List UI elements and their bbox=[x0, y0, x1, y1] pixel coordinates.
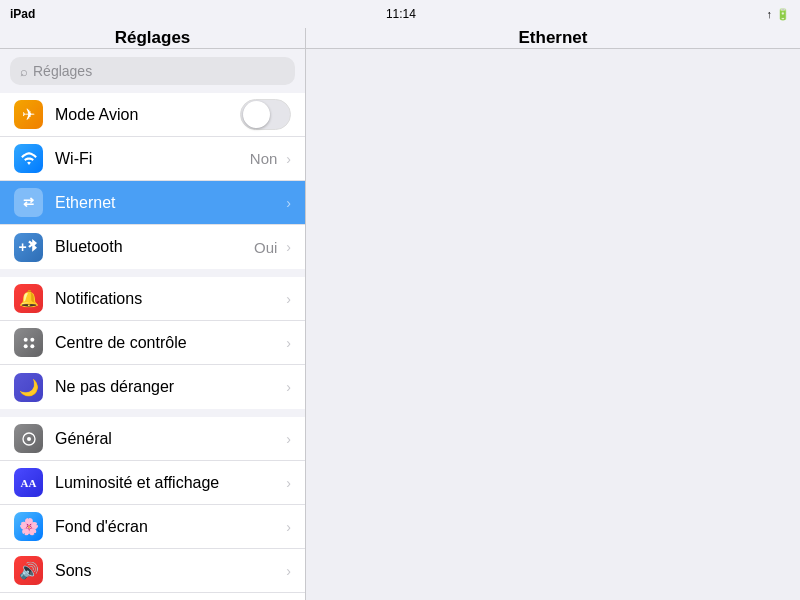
sounds-icon: 🔊 bbox=[14, 556, 43, 585]
sidebar-title: Réglages bbox=[0, 28, 306, 48]
spacer-1 bbox=[0, 269, 305, 277]
search-icon: ⌕ bbox=[20, 64, 28, 79]
sidebar-item-ethernet[interactable]: ⇄ Ethernet › bbox=[0, 181, 305, 225]
location-icon: ↑ bbox=[767, 8, 773, 20]
toggle-knob bbox=[243, 101, 270, 128]
wallpaper-label: Fond d'écran bbox=[55, 518, 282, 536]
device-name: iPad bbox=[10, 7, 35, 21]
dnd-icon: 🌙 bbox=[14, 373, 43, 402]
airplane-toggle[interactable] bbox=[240, 99, 291, 130]
dnd-label: Ne pas déranger bbox=[55, 378, 282, 396]
sidebar: ⌕ Réglages ✈ Mode Avion bbox=[0, 49, 306, 600]
display-chevron: › bbox=[286, 475, 291, 491]
display-label: Luminosité et affichage bbox=[55, 474, 282, 492]
sounds-chevron: › bbox=[286, 563, 291, 579]
display-icon: AA bbox=[14, 468, 43, 497]
sidebar-item-wifi[interactable]: Wi-Fi Non › bbox=[0, 137, 305, 181]
general-chevron: › bbox=[286, 431, 291, 447]
general-icon bbox=[14, 424, 43, 453]
bluetooth-chevron: › bbox=[286, 239, 291, 255]
wallpaper-icon: 🌸 bbox=[14, 512, 43, 541]
sidebar-item-notifications[interactable]: 🔔 Notifications › bbox=[0, 277, 305, 321]
sidebar-item-airplane[interactable]: ✈ Mode Avion bbox=[0, 93, 305, 137]
bluetooth-icon: + bbox=[14, 233, 43, 262]
control-chevron: › bbox=[286, 335, 291, 351]
ethernet-label: Ethernet bbox=[55, 194, 282, 212]
wifi-label: Wi-Fi bbox=[55, 150, 250, 168]
search-bar[interactable]: ⌕ Réglages bbox=[10, 57, 295, 85]
wifi-chevron: › bbox=[286, 151, 291, 167]
app-container: Réglages Ethernet ⌕ Réglages ✈ Mode Avi bbox=[0, 28, 800, 600]
group-system2: Général › AA Luminosité et affichage › 🌸 bbox=[0, 417, 305, 600]
dnd-chevron: › bbox=[286, 379, 291, 395]
svg-point-1 bbox=[30, 337, 34, 341]
bluetooth-label: Bluetooth bbox=[55, 238, 254, 256]
sidebar-item-general[interactable]: Général › bbox=[0, 417, 305, 461]
battery-icon: 🔋 bbox=[776, 8, 790, 21]
group-system1: 🔔 Notifications › Centre de contrôle › bbox=[0, 277, 305, 409]
sidebar-item-control[interactable]: Centre de contrôle › bbox=[0, 321, 305, 365]
sidebar-item-display[interactable]: AA Luminosité et affichage › bbox=[0, 461, 305, 505]
wifi-icon bbox=[14, 144, 43, 173]
control-label: Centre de contrôle bbox=[55, 334, 282, 352]
svg-point-2 bbox=[23, 344, 27, 348]
sidebar-item-sounds[interactable]: 🔊 Sons › bbox=[0, 549, 305, 593]
wallpaper-chevron: › bbox=[286, 519, 291, 535]
sidebar-item-dnd[interactable]: 🌙 Ne pas déranger › bbox=[0, 365, 305, 409]
sidebar-item-bluetooth[interactable]: + Bluetooth Oui › bbox=[0, 225, 305, 269]
time: 11:14 bbox=[386, 7, 416, 21]
status-bar: iPad 11:14 ↑ 🔋 bbox=[0, 0, 800, 28]
bluetooth-value: Oui bbox=[254, 239, 277, 256]
nav-headers: Réglages Ethernet bbox=[0, 28, 800, 49]
svg-point-4 bbox=[27, 437, 31, 441]
sounds-label: Sons bbox=[55, 562, 282, 580]
ethernet-icon: ⇄ bbox=[14, 188, 43, 217]
notifications-chevron: › bbox=[286, 291, 291, 307]
svg-point-3 bbox=[30, 344, 34, 348]
status-icons: ↑ 🔋 bbox=[767, 8, 791, 21]
control-icon bbox=[14, 328, 43, 357]
notifications-icon: 🔔 bbox=[14, 284, 43, 313]
right-panel bbox=[306, 49, 800, 600]
svg-point-0 bbox=[23, 337, 27, 341]
ethernet-chevron: › bbox=[286, 195, 291, 211]
sidebar-item-siri[interactable]: Siri › bbox=[0, 593, 305, 600]
search-bar-container: ⌕ Réglages bbox=[0, 49, 305, 93]
detail-title: Ethernet bbox=[306, 28, 800, 48]
search-placeholder: Réglages bbox=[33, 63, 92, 79]
general-label: Général bbox=[55, 430, 282, 448]
sidebar-item-wallpaper[interactable]: 🌸 Fond d'écran › bbox=[0, 505, 305, 549]
content-area: ⌕ Réglages ✈ Mode Avion bbox=[0, 49, 800, 600]
group-connectivity: ✈ Mode Avion Wi-Fi Non › bbox=[0, 93, 305, 269]
wifi-value: Non bbox=[250, 150, 278, 167]
airplane-icon: ✈ bbox=[14, 100, 43, 129]
airplane-label: Mode Avion bbox=[55, 106, 240, 124]
notifications-label: Notifications bbox=[55, 290, 282, 308]
spacer-2 bbox=[0, 409, 305, 417]
